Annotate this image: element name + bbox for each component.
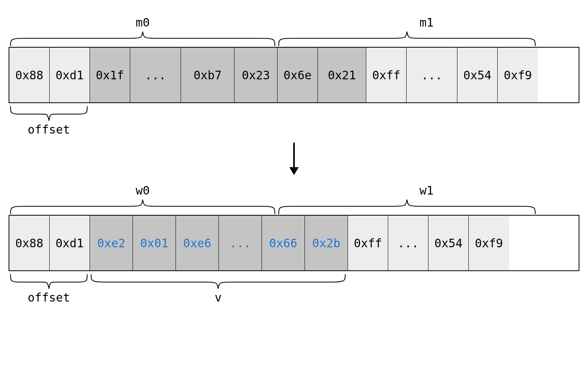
memory-cell: 0xff (366, 48, 407, 102)
memory-cell: 0x54 (457, 48, 498, 102)
brace-w1 (277, 198, 537, 215)
memory-cell: 0x23 (235, 48, 278, 102)
memory-cell: ... (388, 216, 428, 270)
brace-offset-top (9, 105, 89, 122)
label-m0: m0 (136, 16, 150, 29)
label-offset-bottom: offset (28, 291, 70, 304)
memory-cell: ... (219, 216, 262, 270)
memory-cell: 0x54 (428, 216, 469, 270)
memory-cell: 0x01 (133, 216, 176, 270)
memory-cell: ... (407, 48, 457, 102)
memory-cell: ... (130, 48, 181, 102)
top-block: m0 m1 0x880xd10x1f...0xb70x230x6e0x210xf… (9, 16, 579, 137)
top-bottom-braces: offset (9, 105, 579, 137)
brace-offset-bottom (9, 273, 89, 290)
memory-cell: 0x88 (9, 216, 50, 270)
memory-cell: 0xff (348, 216, 388, 270)
memory-cell: 0xd1 (50, 216, 90, 270)
label-w1: w1 (419, 184, 434, 197)
memory-cell: 0x2b (305, 216, 348, 270)
memory-diagram: m0 m1 0x880xd10x1f...0xb70x230x6e0x210xf… (9, 16, 579, 309)
label-w0: w0 (136, 184, 150, 197)
brace-v (89, 273, 347, 290)
bottom-bottom-braces: offset v (9, 273, 579, 305)
bottom-top-braces: w0 w1 (9, 184, 579, 215)
memory-cell: 0xb7 (181, 48, 235, 102)
memory-cell: 0x1f (90, 48, 130, 102)
brace-m1 (277, 30, 537, 47)
bottom-cells: 0x880xd10xe20x010xe6...0x660x2b0xff...0x… (9, 215, 579, 271)
svg-marker-1 (289, 167, 299, 175)
bottom-block: w0 w1 0x880xd10xe20x010xe6...0x660x2b0xf… (9, 184, 579, 305)
memory-cell: 0x21 (318, 48, 366, 102)
memory-cell: 0xd1 (50, 48, 90, 102)
memory-cell: 0xf9 (469, 216, 509, 270)
memory-cell: 0x66 (262, 216, 305, 270)
top-braces: m0 m1 (9, 16, 579, 47)
memory-cell: 0xe6 (176, 216, 219, 270)
brace-w0 (9, 198, 277, 215)
memory-cell: 0xe2 (90, 216, 133, 270)
top-cells: 0x880xd10x1f...0xb70x230x6e0x210xff...0x… (9, 47, 579, 103)
label-v: v (215, 291, 222, 304)
memory-cell: 0x6e (278, 48, 318, 102)
label-m1: m1 (419, 16, 434, 29)
label-offset-top: offset (28, 123, 70, 136)
brace-m0 (9, 30, 277, 47)
arrow-down (9, 141, 579, 176)
memory-cell: 0x88 (9, 48, 50, 102)
memory-cell: 0xf9 (498, 48, 538, 102)
